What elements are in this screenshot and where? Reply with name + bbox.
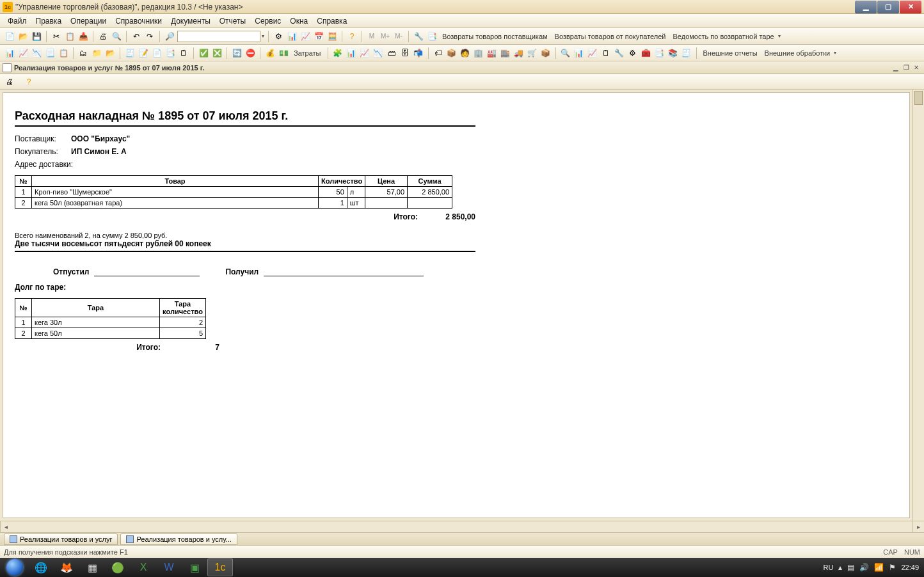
tb2-icon26[interactable]: 📬 [413, 47, 424, 59]
tb2-icon44[interactable]: 📚 [667, 47, 679, 59]
paste-icon[interactable]: 📥 [77, 31, 89, 42]
tb2-icon28[interactable]: 📦 [446, 47, 458, 59]
tray-clock[interactable]: 22:49 [901, 564, 919, 571]
menu-file[interactable]: Файл [4, 15, 31, 27]
menu-documents[interactable]: Документы [167, 15, 214, 27]
doc-minimize-button[interactable]: ▁ [891, 63, 901, 72]
external-processing-button[interactable]: Внешние обработки [762, 47, 833, 59]
menu-edit[interactable]: Правка [32, 15, 66, 27]
preview-icon[interactable]: 🔍 [111, 31, 122, 42]
tb2-icon10[interactable]: 📝 [138, 47, 149, 59]
taskbar-app3-icon[interactable]: ▦ [79, 558, 105, 576]
calendar-icon[interactable]: 📅 [313, 31, 324, 42]
tray-action-icon[interactable]: ▤ [847, 563, 854, 572]
m-plus-icon[interactable]: M+ [379, 31, 391, 42]
tb2-icon24[interactable]: 🗃 [386, 47, 397, 59]
cut-icon[interactable]: ✂ [51, 31, 62, 42]
tb2-icon12[interactable]: 📑 [164, 47, 176, 59]
new-icon[interactable]: 📄 [4, 31, 15, 42]
copy-icon[interactable]: 📋 [64, 31, 76, 42]
tb2-icon20[interactable]: 🧩 [332, 47, 344, 59]
taskbar-firefox-icon[interactable]: 🦊 [54, 558, 79, 576]
tb2-icon15[interactable]: ❎ [211, 47, 223, 59]
menu-help[interactable]: Справка [313, 15, 351, 27]
external-reports-button[interactable]: Внешние отчеты [701, 47, 760, 59]
wrench-icon[interactable]: 🔧 [413, 31, 424, 42]
returns-customers-button[interactable]: Возвраты товаров от покупателей [552, 31, 669, 42]
taskbar-excel-icon[interactable]: X [131, 558, 156, 576]
tb2-icon33[interactable]: 🚚 [513, 47, 525, 59]
doc-close-button[interactable]: ✕ [911, 63, 921, 72]
tb2-icon32[interactable]: 🏬 [500, 47, 511, 59]
tb2-icon16[interactable]: 🔄 [231, 47, 243, 59]
tb2-icon23[interactable]: 📉 [372, 47, 384, 59]
tb2-icon2[interactable]: 📈 [17, 47, 29, 59]
help2-icon[interactable]: ? [23, 76, 35, 88]
doc-restore-button[interactable]: ❐ [901, 63, 911, 72]
tb2-icon18[interactable]: 💰 [264, 47, 276, 59]
tb2-icon3[interactable]: 📉 [31, 47, 42, 59]
calculator-icon[interactable]: 🧮 [326, 31, 338, 42]
tb2-icon25[interactable]: 🗄 [399, 47, 411, 59]
horizontal-scrollbar[interactable]: ◂ ▸ [0, 521, 924, 532]
menu-service[interactable]: Сервис [251, 15, 285, 27]
redo-icon[interactable]: ↷ [144, 31, 155, 42]
tb2-icon5[interactable]: 📋 [58, 47, 69, 59]
tb2-icon35[interactable]: 📦 [540, 47, 552, 59]
search-input[interactable] [177, 31, 260, 42]
tb2-icon13[interactable]: 🗒 [178, 47, 189, 59]
window-maximize-button[interactable]: ▢ [877, 1, 899, 13]
expenses-button[interactable]: Затраты [291, 47, 324, 59]
tare-statement-button[interactable]: Ведомость по возвратной таре [671, 31, 777, 42]
window-minimize-button[interactable]: ▁ [855, 1, 877, 13]
tab-list[interactable]: Реализации товаров и услуг [4, 534, 118, 545]
undo-icon[interactable]: ↶ [131, 31, 142, 42]
tool-icon[interactable]: ⚙ [273, 31, 284, 42]
returns-suppliers-button[interactable]: Возвраты товаров поставщикам [440, 31, 550, 42]
help-icon[interactable]: ? [346, 31, 358, 42]
toolbar-more-icon[interactable]: ▾ [778, 33, 781, 39]
menu-windows[interactable]: Окна [286, 15, 312, 27]
tb2-icon37[interactable]: 📊 [573, 47, 585, 59]
menu-operations[interactable]: Операции [67, 15, 110, 27]
menu-reports[interactable]: Отчеты [216, 15, 250, 27]
tray-network-icon[interactable]: 📶 [874, 563, 884, 572]
search-dropdown-icon[interactable]: ▾ [262, 33, 264, 39]
menu-catalogs[interactable]: Справочники [111, 15, 166, 27]
tray-sound-icon[interactable]: 🔊 [859, 563, 869, 572]
tb2-icon38[interactable]: 📈 [587, 47, 598, 59]
tool3-icon[interactable]: 📈 [299, 31, 311, 42]
start-button[interactable] [1, 558, 28, 577]
tb2-icon45[interactable]: 🧾 [681, 47, 692, 59]
vertical-scrollbar[interactable] [912, 90, 924, 521]
tb2-icon7[interactable]: 📁 [91, 47, 102, 59]
print-doc-icon[interactable]: 🖨 [4, 76, 15, 88]
tb2-icon[interactable]: 📊 [4, 47, 15, 59]
tb2-icon31[interactable]: 🏭 [486, 47, 498, 59]
tb2-icon9[interactable]: 🧾 [124, 47, 136, 59]
tb2-icon29[interactable]: 🧑 [459, 47, 471, 59]
taskbar-word-icon[interactable]: W [156, 558, 182, 576]
taskbar-1c-icon[interactable]: 1c [207, 558, 233, 576]
doc-icon[interactable]: 📑 [426, 31, 438, 42]
tb2-icon8[interactable]: 📂 [104, 47, 116, 59]
tb2-icon27[interactable]: 🏷 [433, 47, 444, 59]
tb2-icon17[interactable]: ⛔ [244, 47, 256, 59]
tb2-icon36[interactable]: 🔍 [560, 47, 571, 59]
tb2-icon30[interactable]: 🏢 [473, 47, 484, 59]
tb2-icon34[interactable]: 🛒 [527, 47, 538, 59]
toolbar2-more-icon[interactable]: ▾ [834, 50, 836, 56]
tool2-icon[interactable]: 📊 [286, 31, 298, 42]
scroll-right-icon[interactable]: ▸ [912, 521, 924, 532]
tb2-icon22[interactable]: 📈 [359, 47, 370, 59]
print-icon[interactable]: 🖨 [97, 31, 109, 42]
taskbar-app7-icon[interactable]: ▣ [182, 558, 207, 576]
tb2-icon11[interactable]: 📄 [151, 47, 163, 59]
m-clear-icon[interactable]: M [366, 31, 378, 42]
tb2-icon4[interactable]: 📃 [44, 47, 56, 59]
tb2-icon43[interactable]: 📑 [654, 47, 665, 59]
tray-up-icon[interactable]: ▴ [838, 563, 842, 572]
tb2-icon39[interactable]: 🗒 [600, 47, 612, 59]
tb2-icon41[interactable]: ⚙ [627, 47, 639, 59]
tab-doc[interactable]: Реализация товаров и услу... [120, 534, 237, 545]
